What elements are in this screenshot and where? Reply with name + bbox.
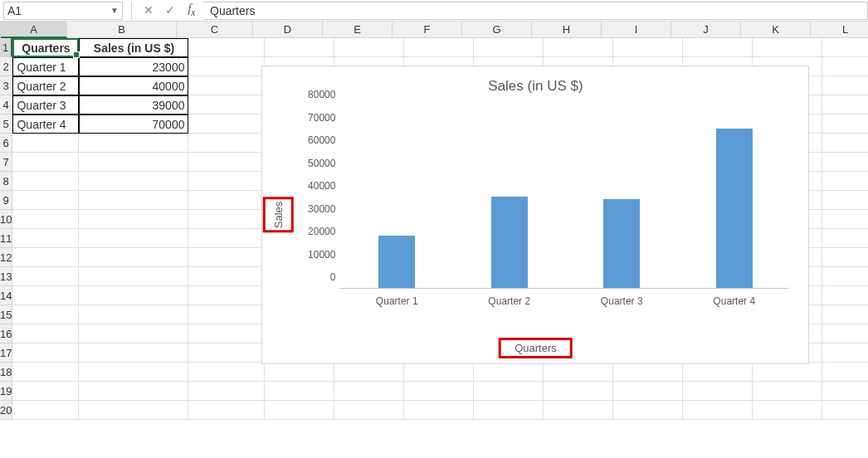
cell-L10[interactable] (822, 210, 868, 229)
cell-A3[interactable]: Quarter 2 (12, 76, 79, 95)
cell-A16[interactable] (12, 324, 79, 344)
row-header-17[interactable]: 17 (0, 344, 12, 363)
row-header-16[interactable]: 16 (0, 324, 12, 344)
cell-L13[interactable] (822, 267, 868, 286)
cell-L1[interactable] (822, 38, 868, 57)
cell-J18[interactable] (683, 363, 753, 382)
chevron-down-icon[interactable]: ▼ (110, 6, 119, 15)
cell-B10[interactable] (79, 210, 188, 229)
cell-C5[interactable] (188, 114, 265, 134)
cell-G1[interactable] (474, 38, 544, 57)
cell-B13[interactable] (79, 267, 188, 286)
cell-A17[interactable] (12, 344, 79, 363)
cell-L6[interactable] (822, 134, 868, 153)
cell-E20[interactable] (334, 401, 404, 420)
cell-C2[interactable] (188, 57, 265, 76)
cell-C14[interactable] (188, 286, 265, 305)
cell-D20[interactable] (265, 401, 334, 420)
column-header-K[interactable]: K (741, 22, 811, 38)
cell-L8[interactable] (822, 172, 868, 191)
row-header-14[interactable]: 14 (0, 286, 12, 305)
column-header-E[interactable]: E (323, 22, 393, 38)
cell-C11[interactable] (188, 229, 265, 248)
cell-C10[interactable] (188, 210, 265, 229)
cell-I20[interactable] (613, 401, 683, 420)
cell-A11[interactable] (12, 229, 79, 248)
cell-B1[interactable]: Sales (in US $) (79, 38, 188, 57)
cell-L17[interactable] (822, 344, 868, 363)
cell-K1[interactable] (753, 38, 822, 57)
column-header-A[interactable]: A (1, 22, 67, 38)
column-header-C[interactable]: C (177, 22, 253, 38)
cell-G19[interactable] (474, 382, 544, 401)
cell-L4[interactable] (822, 95, 868, 114)
column-header-L[interactable]: L (811, 22, 868, 38)
cell-A19[interactable] (12, 382, 79, 401)
cell-E18[interactable] (334, 363, 404, 382)
cell-J1[interactable] (683, 38, 753, 57)
cell-L3[interactable] (822, 76, 868, 95)
row-header-7[interactable]: 7 (0, 153, 12, 172)
row-header-10[interactable]: 10 (0, 210, 12, 229)
cell-K18[interactable] (753, 363, 822, 382)
row-header-2[interactable]: 2 (0, 57, 12, 76)
cell-A2[interactable]: Quarter 1 (12, 57, 79, 76)
cell-C6[interactable] (188, 134, 265, 153)
row-header-4[interactable]: 4 (0, 95, 12, 114)
cell-B16[interactable] (79, 324, 188, 344)
cell-C9[interactable] (188, 191, 265, 210)
cell-A20[interactable] (12, 401, 79, 420)
cell-C17[interactable] (188, 344, 265, 363)
chart-bar[interactable] (378, 236, 415, 288)
cell-A1[interactable]: Quarters (12, 38, 79, 57)
chart-title[interactable]: Sales (in US $) (262, 78, 808, 95)
cell-A7[interactable] (12, 153, 79, 172)
cell-D18[interactable] (265, 363, 334, 382)
cell-A14[interactable] (12, 286, 79, 305)
cell-C19[interactable] (188, 382, 265, 401)
cell-I1[interactable] (613, 38, 683, 57)
cell-H19[interactable] (544, 382, 613, 401)
cell-B11[interactable] (79, 229, 188, 248)
cell-L16[interactable] (822, 324, 868, 344)
cell-B6[interactable] (79, 134, 188, 153)
cell-E1[interactable] (334, 38, 404, 57)
cell-C15[interactable] (188, 305, 265, 324)
cell-L2[interactable] (822, 57, 868, 76)
cell-L12[interactable] (822, 248, 868, 267)
cell-A10[interactable] (12, 210, 79, 229)
cell-C20[interactable] (188, 401, 265, 420)
cell-L5[interactable] (822, 114, 868, 134)
column-header-B[interactable]: B (67, 22, 177, 38)
row-header-18[interactable]: 18 (0, 363, 12, 382)
cell-C8[interactable] (188, 172, 265, 191)
row-header-19[interactable]: 19 (0, 382, 12, 401)
cell-F18[interactable] (404, 363, 474, 382)
row-header-6[interactable]: 6 (0, 134, 12, 153)
fx-icon[interactable]: fx (185, 2, 198, 18)
cell-B18[interactable] (79, 363, 188, 382)
cell-F19[interactable] (404, 382, 474, 401)
cancel-icon[interactable]: ✕ (142, 3, 155, 17)
row-header-9[interactable]: 9 (0, 191, 12, 210)
row-header-5[interactable]: 5 (0, 114, 12, 134)
column-header-J[interactable]: J (671, 22, 741, 38)
cell-B4[interactable]: 39000 (79, 95, 188, 114)
cell-B7[interactable] (79, 153, 188, 172)
cell-C13[interactable] (188, 267, 265, 286)
cell-C12[interactable] (188, 248, 265, 267)
cell-B19[interactable] (79, 382, 188, 401)
y-axis-label[interactable]: Sales (263, 197, 294, 233)
cell-D19[interactable] (265, 382, 334, 401)
cell-L7[interactable] (822, 153, 868, 172)
cell-A4[interactable]: Quarter 3 (12, 95, 79, 114)
chart-bar[interactable] (491, 197, 528, 288)
cell-D1[interactable] (265, 38, 334, 57)
cell-L18[interactable] (822, 363, 868, 382)
chart-plot-area[interactable] (340, 108, 788, 289)
cell-B5[interactable]: 70000 (79, 114, 188, 134)
cell-F20[interactable] (404, 401, 474, 420)
cell-K19[interactable] (753, 382, 822, 401)
name-box[interactable]: A1 ▼ (3, 2, 123, 20)
cell-L20[interactable] (822, 401, 868, 420)
